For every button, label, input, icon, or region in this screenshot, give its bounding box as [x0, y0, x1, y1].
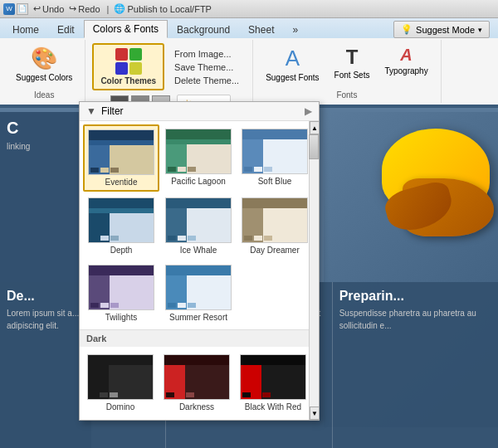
- theme-label-icewhale: Ice Whale: [180, 246, 217, 255]
- theme-label-blackwithred: Black With Red: [245, 402, 301, 411]
- theme-depth[interactable]: Depth: [83, 193, 159, 259]
- app-icon: W 📄: [3, 3, 28, 15]
- theme-label-softblue: Soft Blue: [258, 177, 292, 186]
- theme-label-summerresort: Summer Resort: [169, 313, 227, 322]
- theme-twilights[interactable]: Twilights: [83, 261, 159, 326]
- theme-preview-daydreamer: [242, 197, 308, 243]
- theme-day-dreamer[interactable]: Day Dreamer: [237, 193, 312, 259]
- theme-preview-summerresort: [165, 265, 232, 310]
- themes-grid: Eventide Pacific Lagoo: [80, 121, 309, 329]
- font-sets-button[interactable]: T Font Sets: [329, 43, 376, 82]
- color-themes-dropdown: ▼ Filter ▶: [79, 101, 320, 421]
- suggest-colors-button[interactable]: 🎨 Suggest Colors: [10, 43, 78, 85]
- theme-pacific-lagoon[interactable]: Pacific Lagoon: [161, 124, 236, 192]
- filter-label: Filter: [101, 105, 124, 117]
- title-bar: W 📄 ↩ Undo ↪ Redo | 🌐 Publish to Local/F…: [0, 0, 498, 18]
- redo-button[interactable]: ↪ Redo: [69, 3, 100, 14]
- filter-icon: ▼: [86, 105, 96, 117]
- scrollbar-track: ▲ ▼: [309, 121, 319, 420]
- theme-preview-blackwithred: [240, 354, 306, 400]
- publish-button[interactable]: 🌐 Publish to Local/FTP: [114, 3, 212, 14]
- chevron-down-icon: ▾: [478, 26, 482, 34]
- theme-soft-blue[interactable]: Soft Blue: [237, 124, 312, 192]
- scrollbar-thumb[interactable]: [309, 134, 319, 159]
- theme-preview-darkness: [164, 354, 230, 400]
- theme-black-with-red[interactable]: Black With Red: [236, 350, 310, 416]
- typography-button[interactable]: A Typography: [378, 43, 433, 78]
- filter-expand-icon[interactable]: ▶: [305, 105, 312, 117]
- ribbon-content: 🎨 Suggest Colors Ideas Color Themes From…: [0, 38, 498, 105]
- theme-preview-twilights: [88, 265, 154, 310]
- delete-theme-button[interactable]: Delete Theme...: [171, 75, 242, 86]
- suggest-colors-icon: 🎨: [31, 46, 57, 71]
- theme-preview-domino: [87, 354, 154, 400]
- suggest-mode-button[interactable]: 💡 Suggest Mode ▾: [393, 21, 490, 38]
- theme-label-pacific: Pacific Lagoon: [171, 177, 226, 186]
- theme-label-eventide: Eventide: [105, 178, 138, 187]
- font-sets-icon: T: [346, 46, 359, 69]
- color-themes-icon: [115, 48, 142, 75]
- ribbon-group-fonts: A Suggest Fonts T Font Sets A Typography…: [253, 40, 442, 103]
- theme-preview-depth: [88, 197, 154, 243]
- themes-scroll-area[interactable]: Eventide Pacific Lagoo: [80, 121, 319, 420]
- undo-button[interactable]: ↩ Undo: [33, 3, 64, 14]
- ribbon-tabs: Home Edit Colors & Fonts Background Shee…: [0, 18, 498, 38]
- lightbulb-icon: 💡: [401, 24, 413, 35]
- ideas-group-label-left: Ideas: [34, 89, 54, 100]
- section-3: Preparin... Suspendisse pharetra au phar…: [333, 282, 498, 448]
- theme-domino[interactable]: Domino: [83, 350, 158, 416]
- tab-colors-fonts[interactable]: Colors & Fonts: [84, 20, 168, 38]
- tab-more[interactable]: »: [283, 20, 307, 38]
- theme-label-twilights: Twilights: [105, 313, 137, 322]
- scroll-up-button[interactable]: ▲: [310, 121, 319, 134]
- theme-label-domino: Domino: [106, 402, 134, 411]
- color-theme-sub-buttons: From Image... Save Theme... Delete Theme…: [168, 46, 246, 88]
- ribbon-group-color-themes: Color Themes From Image... Save Theme...…: [85, 40, 253, 103]
- theme-preview-softblue: [242, 129, 308, 174]
- tab-background[interactable]: Background: [168, 20, 239, 38]
- dark-section-label: Dark: [80, 329, 319, 347]
- theme-summer-resort[interactable]: Summer Resort: [161, 261, 236, 326]
- color-themes-button[interactable]: Color Themes: [92, 43, 164, 90]
- tab-sheet[interactable]: Sheet: [239, 20, 283, 38]
- theme-label-depth: Depth: [110, 246, 133, 255]
- theme-darkness[interactable]: Darkness: [159, 350, 234, 416]
- suggest-fonts-icon: A: [286, 46, 300, 71]
- ribbon-group-ideas-left: 🎨 Suggest Colors Ideas: [3, 40, 85, 103]
- suggest-fonts-button[interactable]: A Suggest Fonts: [260, 43, 325, 85]
- theme-label-darkness: Darkness: [179, 402, 214, 411]
- typography-icon: A: [400, 46, 412, 65]
- filter-bar: ▼ Filter ▶: [80, 102, 319, 121]
- theme-ice-whale[interactable]: Ice Whale: [161, 193, 236, 259]
- scroll-down-button[interactable]: ▼: [310, 407, 319, 420]
- tab-edit[interactable]: Edit: [48, 20, 84, 38]
- tab-home[interactable]: Home: [3, 20, 48, 38]
- fonts-group-label: Fonts: [336, 89, 357, 100]
- theme-preview-pacific: [165, 129, 232, 174]
- theme-eventide[interactable]: Eventide: [83, 124, 159, 192]
- dark-themes-grid: Domino Darkness: [80, 347, 309, 419]
- theme-preview-icewhale: [165, 197, 232, 243]
- save-theme-button[interactable]: Save Theme...: [171, 61, 242, 73]
- from-image-button[interactable]: From Image...: [171, 48, 242, 60]
- theme-label-daydreamer: Day Dreamer: [250, 246, 299, 255]
- theme-preview-eventide: [88, 129, 154, 175]
